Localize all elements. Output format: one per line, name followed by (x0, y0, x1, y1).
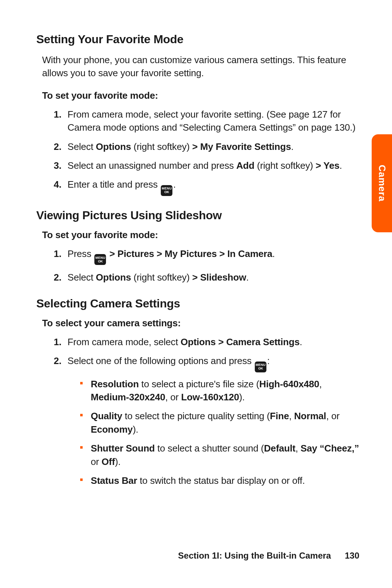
list-item: 1.From camera mode, select your favorite… (54, 108, 359, 134)
intro-paragraph: With your phone, you can customize vario… (42, 53, 359, 80)
footer-section: Section 1I: Using the Built-in Camera (178, 551, 331, 560)
heading-slideshow: Viewing Pictures Using Slideshow (36, 209, 359, 222)
subheading-set-favorite: To set your favorite mode: (42, 90, 359, 101)
steps-favorite-mode: 1.From camera mode, select your favorite… (54, 108, 359, 196)
list-item: 4.Enter a title and press MENUOK. (54, 178, 359, 196)
list-item: 3.Select an unassigned number and press … (54, 159, 359, 172)
side-tab-camera: Camera (372, 134, 392, 232)
menu-ok-key-icon: MENUOK (94, 254, 106, 265)
list-item: 1.From camera mode, select Options > Cam… (54, 335, 359, 348)
page-content: Setting Your Favorite Mode With your pho… (0, 0, 392, 513)
list-item: 2.Select Options (right softkey) > Slide… (54, 271, 359, 284)
subheading-camera-settings: To select your camera settings: (42, 318, 359, 329)
heading-favorite-mode: Setting Your Favorite Mode (36, 33, 359, 46)
footer-page-number: 130 (345, 551, 359, 560)
page-footer: Section 1I: Using the Built-in Camera130 (178, 551, 359, 561)
list-item: Resolution to select a picture's file si… (80, 377, 359, 404)
menu-ok-key-icon: MENUOK (255, 362, 266, 372)
side-tab-label: Camera (376, 165, 388, 201)
options-list: Resolution to select a picture's file si… (80, 377, 359, 487)
list-item: 2.Select one of the following options an… (54, 354, 359, 487)
steps-slideshow: 1.Press MENUOK > Pictures > My Pictures … (54, 247, 359, 284)
list-item: Shutter Sound to select a shutter sound … (80, 442, 359, 468)
list-item: Status Bar to switch the status bar disp… (80, 474, 359, 487)
menu-ok-key-icon: MENUOK (161, 185, 172, 196)
steps-camera-settings: 1.From camera mode, select Options > Cam… (54, 335, 359, 487)
list-item: Quality to select the picture quality se… (80, 409, 359, 436)
heading-camera-settings: Selecting Camera Settings (36, 297, 359, 310)
subheading-slideshow: To set your favorite mode: (42, 229, 359, 241)
list-item: 1.Press MENUOK > Pictures > My Pictures … (54, 247, 359, 265)
list-item: 2.Select Options (right softkey) > My Fa… (54, 140, 359, 153)
